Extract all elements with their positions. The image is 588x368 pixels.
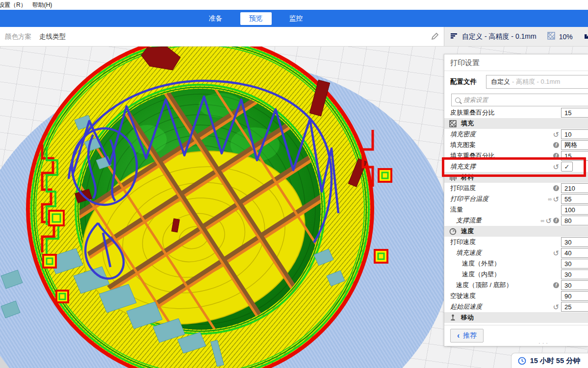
settings-section-header[interactable]: 填充	[444, 118, 588, 129]
setting-value-input[interactable]: 100	[561, 205, 588, 215]
reset-icon[interactable]: ↺	[545, 217, 552, 224]
edit-pencil-icon[interactable]	[431, 32, 439, 41]
setting-row: 流量100	[444, 204, 588, 215]
setting-label: 起始层速度	[444, 302, 482, 311]
setting-value-input[interactable]: 网格	[561, 140, 588, 150]
setting-label: 填充速度	[444, 248, 482, 257]
menu-help[interactable]: 帮助(H)	[29, 1, 55, 9]
section-label: 填充	[461, 119, 474, 128]
info-icon: f	[553, 153, 559, 159]
profile-summary: 自定义 - 高精度 - 0.1mm	[462, 32, 537, 41]
recommended-label: 推荐	[463, 331, 477, 340]
speed-section-icon	[449, 228, 457, 235]
reset-icon[interactable]: ↺	[553, 303, 559, 311]
setting-row: 填充密度↺10	[444, 129, 588, 140]
setting-checkbox[interactable]: ✓	[561, 162, 573, 172]
link-icon: ∞	[541, 218, 544, 223]
tab-prepare[interactable]: 准备	[202, 12, 230, 25]
setting-label: 打印速度	[444, 238, 476, 246]
setting-row: 速度（内壁）30	[444, 269, 588, 280]
travel-section-icon	[449, 314, 457, 321]
setting-label: 填充支撑	[444, 162, 476, 171]
panel-divider	[444, 325, 588, 325]
setting-row: 打印速度30	[444, 237, 588, 247]
setting-value-input[interactable]: 55	[561, 194, 588, 204]
info-icon: f	[553, 282, 559, 288]
reset-icon[interactable]: ↺	[553, 196, 559, 203]
print-settings-panel: 打印设置 配置文件 自定义 - 高精度 - 0.1mm 搜索设置 皮肤重叠百分比…	[444, 54, 588, 346]
infill-density-icon	[547, 32, 555, 41]
setting-row: 填充重叠百分比f15	[444, 150, 588, 161]
setting-row: 填充速度↺40	[444, 247, 588, 258]
search-placeholder: 搜索设置	[463, 96, 488, 104]
profile-suffix: - 高精度 - 0.1mm	[512, 77, 560, 86]
menu-bar: 设置（R） 帮助(H)	[0, 0, 588, 10]
setting-label: 填充密度	[444, 130, 476, 139]
setting-value-input[interactable]: 30	[561, 237, 588, 247]
setting-value-input[interactable]: 210	[561, 183, 588, 193]
setting-value-input[interactable]: 40	[561, 248, 588, 258]
tab-preview[interactable]: 预览	[240, 12, 272, 25]
setting-label: 打印平台温度	[444, 195, 488, 203]
setting-value-input[interactable]: 90	[561, 291, 588, 301]
settings-list: 皮肤重叠百分比15填充填充密度↺10填充图案f网格填充重叠百分比f15填充支撑↺…	[444, 107, 588, 323]
search-icon	[455, 98, 460, 103]
support-icon	[584, 32, 588, 41]
section-label: 速度	[461, 227, 474, 236]
setting-row: 空驶速度90	[444, 291, 588, 301]
color-scheme-label: 颜色方案	[5, 32, 31, 41]
section-label: 移动	[461, 313, 474, 322]
view-toolbar: 颜色方案 走线类型 自定义 - 高精度 - 0.1mm 10% 开	[0, 27, 588, 47]
material-section-icon	[449, 174, 457, 181]
print-time-estimate: 15 小时 55 分钟	[530, 356, 580, 366]
print-time-card: 15 小时 55 分钟	[511, 353, 588, 368]
reset-icon[interactable]: ↺	[553, 249, 559, 257]
tab-monitor[interactable]: 监控	[282, 12, 310, 25]
chevron-left-icon: ‹	[457, 331, 460, 340]
profile-label: 配置文件	[444, 77, 477, 86]
settings-section-header[interactable]: 移动	[444, 312, 588, 323]
setting-row: 皮肤重叠百分比15	[444, 107, 588, 118]
setting-label: 皮肤重叠百分比	[444, 108, 495, 117]
setting-row: 起始层速度↺25	[444, 301, 588, 312]
setting-value-input[interactable]: 30	[561, 259, 588, 269]
panel-drag-handle[interactable]: ···	[538, 340, 550, 346]
profile-name: 自定义	[491, 77, 510, 86]
settings-search[interactable]: 搜索设置	[451, 94, 588, 106]
setting-label: 流量	[444, 205, 463, 214]
settings-section-header[interactable]: 速度	[444, 226, 588, 237]
setting-value-input[interactable]: 25	[561, 302, 588, 312]
setting-value-input[interactable]: 30	[561, 270, 588, 279]
setting-row: 填充支撑↺✓	[444, 161, 588, 172]
setting-row: 打印温度f210	[444, 183, 588, 194]
infill-percent: 10%	[559, 33, 573, 41]
reset-icon[interactable]: ↺	[553, 163, 559, 171]
setting-label: 速度（顶部 / 底部）	[444, 281, 512, 290]
panel-title: 打印设置	[444, 54, 588, 71]
reset-icon[interactable]: ↺	[553, 131, 559, 138]
section-label: 材料	[461, 173, 474, 182]
info-icon: f	[553, 218, 559, 223]
setting-value-input[interactable]: 15	[561, 151, 588, 161]
setting-value-input[interactable]: 15	[561, 108, 588, 118]
settings-section-header[interactable]: 材料	[444, 172, 588, 183]
setting-row: 速度（顶部 / 底部）f30	[444, 280, 588, 291]
setting-label: 速度（外壁）	[444, 259, 500, 268]
recommended-mode-button[interactable]: ‹ 推荐	[450, 329, 484, 343]
setting-value-input[interactable]: 10	[561, 129, 588, 139]
setting-label: 速度（内壁）	[444, 270, 500, 279]
menu-settings[interactable]: 设置（R）	[0, 1, 29, 9]
clock-icon	[518, 357, 526, 365]
info-icon: f	[553, 185, 559, 191]
link-icon: ∞	[548, 196, 552, 202]
layers-icon	[450, 32, 458, 41]
info-icon: f	[553, 142, 559, 148]
setting-label: 支撑流量	[444, 216, 482, 225]
stage-bar: 准备 预览 监控	[0, 10, 588, 27]
profile-dropdown[interactable]: 自定义 - 高精度 - 0.1mm	[486, 75, 588, 89]
setting-row: 填充图案f网格	[444, 140, 588, 150]
print-summary-bar[interactable]: 自定义 - 高精度 - 0.1mm 10% 开	[444, 27, 588, 46]
setting-value-input[interactable]: 30	[561, 280, 588, 290]
setting-value-input[interactable]: 80	[561, 216, 588, 225]
color-scheme-dropdown[interactable]: 走线类型	[39, 32, 66, 41]
